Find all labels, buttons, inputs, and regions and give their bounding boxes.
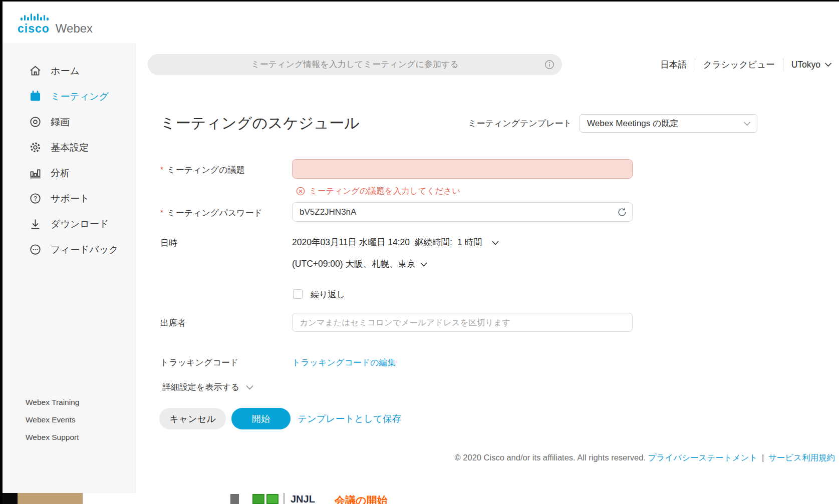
webex-wordmark: Webex — [56, 23, 93, 35]
join-meeting-search — [148, 54, 562, 75]
home-icon — [29, 64, 42, 78]
cisco-webex-logo[interactable]: cisco Webex — [18, 10, 93, 35]
topic-row: *ミーティングの議題 — [136, 159, 839, 179]
datetime-row: 日時 2020年03月11日 水曜日 14:20 継続時間: 1 時間 — [136, 232, 839, 252]
timezone-picker[interactable]: (UTC+09:00) 大阪、札幌、東京 — [292, 254, 428, 273]
datetime-label: 日時 — [160, 237, 177, 249]
required-marker: * — [160, 166, 163, 174]
sidebar-item-feedback[interactable]: フィードバック — [3, 237, 136, 262]
strip-green-block — [252, 494, 264, 504]
sidebar-item-label: フィードバック — [51, 243, 119, 256]
tracking-label: トラッキングコード — [160, 357, 238, 368]
record-icon — [29, 115, 42, 129]
cisco-bars-icon — [21, 10, 49, 21]
webex-training-link[interactable]: Webex Training — [26, 393, 79, 411]
footer-separator: | — [762, 453, 764, 462]
sidebar-item-analytics[interactable]: 分析 — [3, 160, 136, 186]
cancel-button[interactable]: キャンセル — [159, 408, 226, 429]
app-header: cisco Webex — [3, 2, 839, 43]
calendar-icon — [29, 90, 42, 103]
window-edge-left — [0, 0, 3, 504]
timezone-value: (UTC+09:00) 大阪、札幌、東京 — [292, 258, 416, 270]
template-group: ミーティングテンプレート Webex Meetings の既定 — [468, 114, 757, 133]
sidebar-item-home[interactable]: ホーム — [3, 58, 136, 84]
language-link[interactable]: 日本語 — [660, 59, 687, 71]
strip-divider — [284, 493, 285, 504]
password-label: *ミーティングパスワード — [160, 207, 262, 219]
template-label: ミーティングテンプレート — [468, 118, 572, 129]
sidebar-item-label: ミーティング — [51, 90, 109, 103]
sidebar-nav: ホーム ミーティング 録画 — [3, 43, 136, 262]
chevron-down-icon — [420, 262, 428, 267]
sidebar-item-recordings[interactable]: 録画 — [3, 109, 136, 135]
cisco-wordmark: cisco — [18, 23, 50, 35]
page-footer: © 2020 Cisco and/or its affiliates. All … — [136, 452, 835, 467]
feedback-icon — [29, 243, 42, 256]
cisco-logo-mark: cisco — [18, 10, 50, 35]
sidebar-item-label: 分析 — [51, 167, 70, 180]
edit-tracking-code-link[interactable]: トラッキングコードの編集 — [292, 357, 396, 368]
start-button[interactable]: 開始 — [231, 408, 291, 429]
main-content: 日本語 クラシックビュー UTokyo ミーティングのスケジュール ミーティング… — [136, 43, 839, 493]
info-icon[interactable] — [544, 59, 555, 70]
user-name: UTokyo — [791, 60, 820, 70]
topic-label: *ミーティングの議題 — [160, 164, 245, 176]
webex-support-link[interactable]: Webex Support — [26, 428, 79, 446]
question-icon: ? — [29, 192, 42, 205]
gear-icon — [29, 141, 42, 154]
svg-text:?: ? — [34, 195, 37, 202]
password-row: *ミーティングパスワード — [136, 202, 839, 222]
recurrence-row: 繰り返し — [136, 286, 839, 302]
title-row: ミーティングのスケジュール ミーティングテンプレート Webex Meeting… — [136, 113, 839, 136]
save-as-template-link[interactable]: テンプレートとして保存 — [298, 412, 401, 425]
sidebar-item-label: ダウンロード — [51, 218, 109, 231]
strip-dark-text-fragment: JNJL — [291, 493, 315, 504]
privacy-statement-link[interactable]: プライバシーステートメント — [648, 453, 758, 462]
show-advanced-settings-toggle[interactable]: 詳細設定を表示する — [162, 381, 254, 393]
strip-orange-text-fragment: 会議の開始 — [335, 493, 388, 504]
duration-label: 継続時間: — [415, 236, 452, 248]
divider — [783, 58, 783, 71]
sidebar-item-meetings[interactable]: ミーティング — [3, 84, 136, 109]
chevron-down-icon — [491, 240, 499, 246]
chevron-down-icon — [743, 121, 751, 126]
attendees-input[interactable] — [292, 313, 633, 332]
template-select[interactable]: Webex Meetings の既定 — [580, 114, 757, 133]
strip-gray-block — [230, 494, 239, 504]
user-menu[interactable]: UTokyo — [791, 60, 832, 70]
attendees-label: 出席者 — [160, 317, 186, 329]
sidebar-item-preferences[interactable]: 基本設定 — [3, 135, 136, 160]
datetime-value: 2020年03月11日 水曜日 14:20 — [292, 236, 410, 248]
window-edge-top — [0, 0, 839, 2]
error-message: ミーティングの議題を入力してください — [309, 186, 460, 197]
sidebar: ホーム ミーティング 録画 — [3, 43, 136, 493]
regenerate-password-icon[interactable] — [616, 206, 628, 218]
sidebar-item-label: サポート — [51, 192, 89, 205]
copyright-text: © 2020 Cisco and/or its affiliates. All … — [455, 453, 646, 462]
recurrence-checkbox[interactable] — [293, 289, 303, 299]
strip-green-block — [266, 494, 278, 504]
page-title: ミーティングのスケジュール — [160, 113, 360, 134]
recurrence-label: 繰り返し — [311, 289, 345, 300]
topic-input[interactable] — [292, 159, 633, 179]
webex-schedule-page: cisco Webex ホーム — [0, 0, 839, 504]
template-selected-value: Webex Meetings の既定 — [587, 118, 678, 129]
underlying-window-strip: JNJL 会議の開始 — [0, 493, 839, 504]
strip-black-block — [0, 493, 18, 504]
tracking-row: トラッキングコード トラッキングコードの編集 — [136, 353, 839, 370]
sidebar-item-support[interactable]: ? サポート — [3, 186, 136, 211]
classic-view-link[interactable]: クラシックビュー — [703, 59, 775, 71]
password-input[interactable] — [292, 202, 633, 222]
datetime-picker[interactable]: 2020年03月11日 水曜日 14:20 継続時間: 1 時間 — [292, 232, 499, 252]
required-marker: * — [160, 209, 163, 217]
attendees-row: 出席者 — [136, 313, 839, 332]
sidebar-footer-links: Webex Training Webex Events Webex Suppor… — [26, 393, 79, 446]
terms-of-service-link[interactable]: サービス利用規約 — [768, 453, 835, 462]
divider — [695, 58, 695, 71]
sidebar-item-label: ホーム — [51, 65, 80, 78]
advanced-row: 詳細設定を表示する — [136, 381, 839, 398]
search-input[interactable] — [148, 54, 562, 75]
sidebar-item-downloads[interactable]: ダウンロード — [3, 211, 136, 237]
topic-error: ミーティングの議題を入力してください — [296, 185, 460, 197]
webex-events-link[interactable]: Webex Events — [26, 411, 79, 428]
